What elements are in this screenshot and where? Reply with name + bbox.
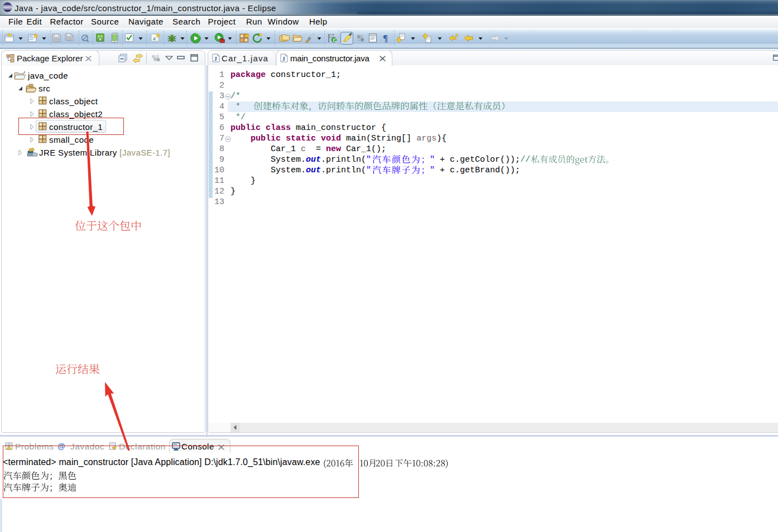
svg-text:C: C	[333, 37, 336, 43]
svg-text:a: a	[153, 35, 156, 41]
svg-text:J: J	[214, 56, 217, 62]
svg-text:J: J	[282, 56, 285, 62]
svg-text:¶: ¶	[383, 33, 388, 43]
